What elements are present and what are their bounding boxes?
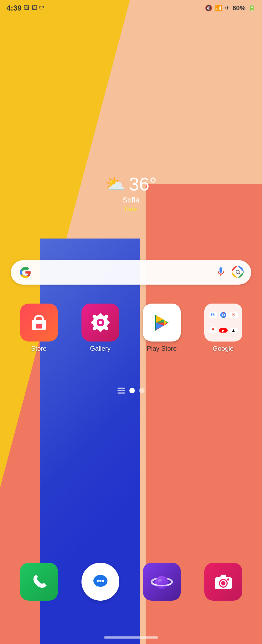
search-right-icons bbox=[215, 266, 244, 279]
page-indicators bbox=[117, 388, 145, 394]
gallery-label: Gallery bbox=[90, 345, 110, 352]
status-time: 4:39 bbox=[6, 4, 22, 12]
weather-city: Sofia bbox=[105, 196, 157, 204]
status-bar: 4:39 🖼 🖼 🛡 🔇 📶 ✈ 60% 🔋 bbox=[0, 0, 262, 16]
svg-point-32 bbox=[155, 576, 168, 589]
svg-point-12 bbox=[91, 321, 97, 324]
page-dot-2[interactable] bbox=[139, 388, 145, 393]
svg-point-13 bbox=[104, 321, 110, 324]
airplane-icon: ✈ bbox=[225, 5, 230, 12]
battery-icon: 🔋 bbox=[248, 5, 256, 12]
status-notification-icons: 🖼 🖼 🛡 bbox=[24, 5, 44, 12]
store-icon bbox=[20, 304, 58, 342]
weather-icon: ⛅ bbox=[105, 175, 126, 194]
gallery-app[interactable]: Gallery bbox=[72, 304, 128, 352]
messages-icon bbox=[81, 563, 119, 601]
svg-point-26 bbox=[99, 580, 101, 582]
google-folder-icon: G ✉ 📍 ▶ ▲ bbox=[204, 304, 242, 342]
store-label: Store bbox=[31, 345, 47, 352]
svg-rect-6 bbox=[36, 324, 42, 329]
playstore-label: Play Store bbox=[147, 345, 177, 352]
camera-icon bbox=[204, 563, 242, 601]
google-folder-app[interactable]: G ✉ 📍 ▶ ▲ Google bbox=[195, 304, 251, 352]
battery-text: 60% bbox=[232, 4, 245, 12]
wifi-icon: 📶 bbox=[215, 5, 222, 12]
svg-point-21 bbox=[222, 314, 224, 316]
dock bbox=[0, 563, 262, 601]
weather-widget[interactable]: ⛅ 36° Sofia Fair bbox=[105, 173, 157, 213]
status-left: 4:39 🖼 🖼 🛡 bbox=[6, 4, 44, 12]
svg-point-9 bbox=[99, 321, 102, 324]
playstore-icon bbox=[143, 304, 181, 342]
phone-app[interactable] bbox=[11, 563, 67, 601]
svg-point-37 bbox=[227, 578, 229, 581]
camera-app[interactable] bbox=[195, 563, 251, 601]
status-right: 🔇 📶 ✈ 60% 🔋 bbox=[205, 4, 256, 12]
phone-icon bbox=[20, 563, 58, 601]
svg-point-36 bbox=[221, 581, 225, 585]
page-dot-1[interactable] bbox=[129, 388, 135, 393]
home-indicator bbox=[104, 636, 158, 639]
svg-point-10 bbox=[99, 313, 102, 319]
gallery-notification-icon: 🖼 bbox=[24, 5, 30, 12]
browser-app[interactable] bbox=[134, 563, 190, 601]
shield-icon: 🛡 bbox=[39, 5, 44, 11]
google-logo bbox=[18, 265, 32, 279]
mic-button[interactable] bbox=[215, 266, 226, 278]
mute-icon: 🔇 bbox=[205, 5, 212, 12]
gallery-icon bbox=[81, 304, 119, 342]
search-bar-container bbox=[11, 260, 251, 285]
weather-temperature: 36° bbox=[129, 173, 157, 195]
svg-point-11 bbox=[99, 326, 102, 332]
svg-point-27 bbox=[102, 580, 104, 582]
lens-button[interactable] bbox=[232, 266, 244, 279]
playstore-app[interactable]: Play Store bbox=[134, 304, 190, 352]
svg-point-25 bbox=[97, 580, 99, 582]
weather-condition: Fair bbox=[105, 205, 157, 213]
google-folder-label: Google bbox=[213, 345, 234, 352]
page-lines-icon bbox=[117, 388, 125, 394]
messages-app[interactable] bbox=[72, 563, 128, 601]
browser-icon bbox=[143, 563, 181, 601]
store-app[interactable]: Store bbox=[11, 304, 67, 352]
search-bar[interactable] bbox=[11, 260, 251, 285]
photo-notification-icon: 🖼 bbox=[31, 5, 37, 12]
app-grid: Store Gallery bbox=[0, 304, 262, 352]
